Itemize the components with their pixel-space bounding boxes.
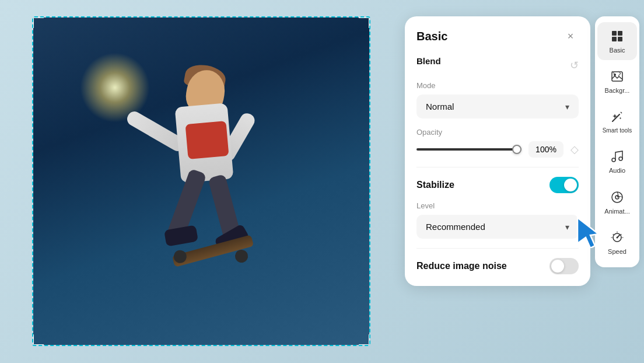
- panel-header: Basic ×: [416, 28, 579, 44]
- blend-section: Blend ↺ Mode Normal ▾ Opacity 100% ◇: [416, 56, 579, 158]
- basic-panel: Basic × Blend ↺ Mode Normal ▾ Opacity 10…: [405, 16, 590, 286]
- sidebar-item-animate-label: Animat...: [604, 208, 629, 215]
- svg-point-14: [617, 236, 618, 238]
- skater-figure: [102, 35, 300, 315]
- photo-icon: [609, 68, 625, 85]
- level-label: Level: [416, 201, 579, 210]
- svg-point-5: [614, 74, 616, 76]
- corner-bl: [32, 334, 44, 346]
- mode-label: Mode: [416, 81, 579, 90]
- sidebar-item-basic[interactable]: Basic: [597, 22, 637, 60]
- sidebar-item-audio[interactable]: Audio: [597, 142, 637, 180]
- reduce-noise-row: Reduce image noise: [416, 258, 579, 274]
- blend-header-row: Blend ↺: [416, 56, 579, 74]
- reduce-noise-toggle-thumb: [551, 260, 564, 273]
- opacity-controls: 100% ◇: [416, 141, 579, 158]
- slider-fill: [416, 148, 522, 151]
- stabilize-row: Stabilize: [416, 177, 579, 193]
- animate-icon: [609, 189, 625, 205]
- stabilize-section: Stabilize Level Recommended ▾: [416, 177, 579, 239]
- red-shirt: [186, 121, 229, 159]
- blend-mode-dropdown[interactable]: Normal ▾: [416, 95, 579, 118]
- sidebar-item-speed-label: Speed: [608, 248, 626, 256]
- close-button[interactable]: ×: [562, 28, 579, 44]
- level-value: Recommended: [426, 222, 485, 232]
- sidebar-item-audio-label: Audio: [609, 167, 625, 174]
- grid-icon: [609, 28, 625, 44]
- sidebar-item-animate[interactable]: Animat...: [597, 183, 637, 221]
- panel-title: Basic: [416, 30, 447, 43]
- stabilize-label: Stabilize: [416, 180, 454, 190]
- sidebar-item-basic-label: Basic: [610, 47, 625, 54]
- diamond-icon: ◇: [570, 143, 579, 156]
- svg-rect-2: [612, 37, 617, 41]
- slider-thumb[interactable]: [512, 145, 522, 154]
- svg-line-7: [612, 114, 620, 121]
- blend-mode-chevron: ▾: [565, 102, 569, 111]
- svg-rect-0: [612, 31, 617, 36]
- level-chevron: ▾: [565, 222, 569, 232]
- reset-icon[interactable]: ↺: [570, 59, 579, 72]
- gauge-icon: [609, 229, 625, 246]
- level-dropdown[interactable]: Recommended ▾: [416, 215, 579, 239]
- music-icon: [609, 148, 625, 165]
- divider-1: [416, 167, 579, 167]
- sidebar-item-smart-tools-label: Smart tools: [603, 127, 632, 134]
- svg-rect-1: [618, 31, 622, 36]
- opacity-label: Opacity: [416, 128, 579, 137]
- stabilize-toggle[interactable]: [550, 177, 579, 193]
- reduce-noise-label: Reduce image noise: [416, 261, 507, 271]
- svg-point-9: [612, 158, 615, 162]
- opacity-slider[interactable]: [416, 148, 522, 151]
- stabilize-toggle-thumb: [564, 179, 577, 191]
- corner-tr: [359, 16, 370, 28]
- magic-icon: [609, 109, 625, 125]
- corner-br: [359, 334, 370, 346]
- sidebar-item-background-label: Backgr...: [605, 87, 630, 95]
- corner-tl: [32, 16, 44, 28]
- sidebar-item-smart-tools[interactable]: Smart tools: [597, 103, 637, 140]
- image-container[interactable]: [32, 16, 370, 346]
- blend-mode-value: Normal: [426, 102, 454, 111]
- sidebar-item-background[interactable]: Backgr...: [597, 62, 637, 100]
- opacity-row: Opacity 100% ◇: [416, 128, 579, 158]
- opacity-value: 100%: [528, 141, 564, 158]
- divider-2: [416, 248, 579, 249]
- svg-point-10: [619, 157, 622, 160]
- svg-line-8: [621, 112, 622, 113]
- reduce-noise-toggle[interactable]: [550, 258, 579, 274]
- svg-rect-3: [618, 37, 622, 41]
- skater-image: [33, 18, 369, 345]
- blend-title: Blend: [416, 56, 441, 66]
- sidebar-item-speed[interactable]: Speed: [597, 224, 637, 261]
